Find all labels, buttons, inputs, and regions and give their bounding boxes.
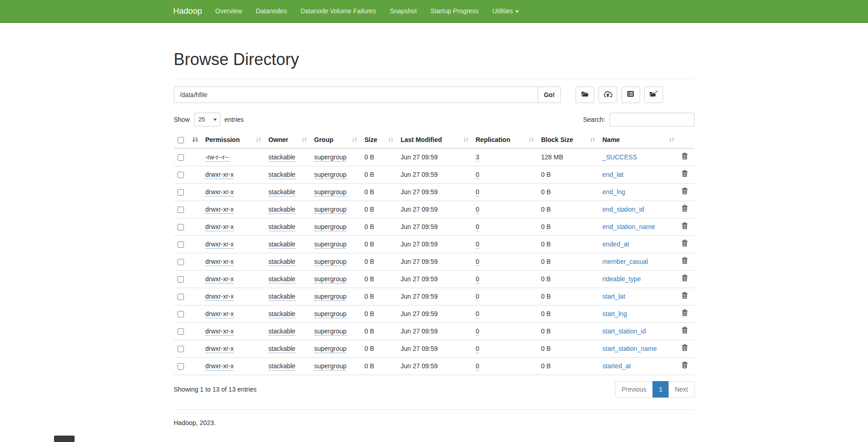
file-name-link[interactable]: ended_at [603, 240, 629, 248]
owner-value[interactable]: stackable [269, 258, 296, 266]
permission-value[interactable]: drwxr-xr-x [205, 171, 234, 179]
file-name-link[interactable]: start_station_id [603, 327, 646, 335]
owner-value[interactable]: stackable [269, 206, 296, 214]
group-value[interactable]: supergroup [314, 153, 347, 162]
nav-item-startup-progress[interactable]: Startup Progress [424, 0, 485, 22]
owner-value[interactable]: stackable [269, 171, 296, 179]
column-header-block-size[interactable]: Block Size [538, 131, 599, 148]
nav-item-datanode-volume-failures[interactable]: Datanode Volume Failures [294, 0, 383, 22]
select-all-checkbox[interactable] [178, 137, 184, 143]
column-header-permission[interactable]: Permission [202, 131, 265, 148]
permission-value[interactable]: drwxr-xr-x [205, 310, 234, 318]
select-all-header[interactable] [174, 131, 202, 148]
row-checkbox[interactable] [178, 294, 184, 300]
file-name-link[interactable]: member_casual [603, 258, 648, 265]
directory-path-input[interactable] [174, 87, 539, 103]
delete-button[interactable] [682, 153, 688, 159]
delete-button[interactable] [682, 327, 688, 333]
file-name-link[interactable]: started_at [603, 362, 631, 370]
replication-value[interactable]: 0 [476, 327, 480, 336]
delete-button[interactable] [682, 170, 688, 177]
nav-item-snapshot[interactable]: Snapshot [383, 0, 424, 22]
row-checkbox[interactable] [178, 363, 184, 370]
row-checkbox[interactable] [178, 311, 184, 317]
group-value[interactable]: supergroup [314, 171, 347, 179]
group-value[interactable]: supergroup [314, 258, 347, 266]
permission-value[interactable]: -rw-r--r-- [205, 153, 229, 162]
delete-button[interactable] [682, 205, 688, 212]
group-value[interactable]: supergroup [314, 223, 347, 231]
owner-value[interactable]: stackable [269, 293, 296, 301]
nav-item-datanodes[interactable]: Datanodes [249, 0, 294, 22]
replication-value[interactable]: 0 [476, 310, 480, 318]
row-checkbox[interactable] [178, 154, 184, 161]
permission-value[interactable]: drwxr-xr-x [205, 223, 234, 231]
owner-value[interactable]: stackable [269, 240, 296, 249]
owner-value[interactable]: stackable [269, 327, 296, 336]
group-value[interactable]: supergroup [314, 310, 347, 318]
permission-value[interactable]: drwxr-xr-x [205, 327, 234, 336]
file-name-link[interactable]: _SUCCESS [603, 153, 637, 161]
replication-value[interactable]: 0 [476, 293, 480, 301]
replication-value[interactable]: 0 [476, 188, 480, 196]
file-name-link[interactable]: end_station_name [603, 223, 655, 230]
row-checkbox[interactable] [178, 224, 184, 230]
permission-value[interactable]: drwxr-xr-x [205, 345, 234, 353]
permission-value[interactable]: drwxr-xr-x [205, 275, 234, 284]
replication-value[interactable]: 0 [476, 258, 480, 266]
replication-value[interactable]: 3 [476, 153, 480, 162]
replication-value[interactable]: 0 [476, 171, 480, 179]
owner-value[interactable]: stackable [269, 275, 296, 284]
replication-value[interactable]: 0 [476, 206, 480, 214]
delete-button[interactable] [682, 222, 688, 229]
replication-value[interactable]: 0 [476, 345, 480, 353]
file-name-link[interactable]: end_lng [603, 188, 625, 196]
group-value[interactable]: supergroup [314, 293, 347, 301]
group-value[interactable]: supergroup [314, 188, 347, 196]
row-checkbox[interactable] [178, 346, 184, 352]
delete-button[interactable] [682, 240, 688, 246]
group-value[interactable]: supergroup [314, 327, 347, 336]
row-checkbox[interactable] [178, 259, 184, 265]
column-header-replication[interactable]: Replication [472, 131, 538, 148]
permission-value[interactable]: drwxr-xr-x [205, 293, 234, 301]
delete-button[interactable] [682, 344, 688, 351]
group-value[interactable]: supergroup [314, 275, 347, 284]
cut-button[interactable] [621, 87, 640, 103]
row-checkbox[interactable] [178, 172, 184, 178]
delete-button[interactable] [682, 361, 688, 368]
row-checkbox[interactable] [178, 189, 184, 196]
replication-value[interactable]: 0 [476, 275, 480, 284]
replication-value[interactable]: 0 [476, 240, 480, 249]
create-directory-button[interactable] [576, 87, 594, 103]
nav-item-utilities-dropdown[interactable]: Utilities [485, 0, 526, 22]
group-value[interactable]: supergroup [314, 206, 347, 214]
group-value[interactable]: supergroup [314, 345, 347, 353]
row-checkbox[interactable] [178, 241, 184, 248]
owner-value[interactable]: stackable [269, 223, 296, 231]
column-header-size[interactable]: Size [361, 131, 397, 148]
page-size-select[interactable]: 25 [194, 113, 221, 126]
delete-button[interactable] [682, 274, 688, 281]
column-header-owner[interactable]: Owner [265, 131, 311, 148]
replication-value[interactable]: 0 [476, 362, 480, 371]
file-name-link[interactable]: start_lat [603, 293, 625, 300]
pagination-page-1[interactable]: 1 [652, 381, 669, 398]
column-header-group[interactable]: Group [311, 131, 361, 148]
search-input[interactable] [609, 113, 695, 126]
row-checkbox[interactable] [178, 207, 184, 213]
file-name-link[interactable]: end_station_id [603, 206, 644, 213]
column-header-name[interactable]: Name [599, 131, 678, 148]
owner-value[interactable]: stackable [269, 310, 296, 318]
file-name-link[interactable]: end_lat [603, 171, 624, 178]
permission-value[interactable]: drwxr-xr-x [205, 258, 234, 266]
file-name-link[interactable]: start_station_name [603, 345, 657, 352]
file-name-link[interactable]: rideable_type [603, 275, 641, 283]
go-button[interactable]: Go! [538, 87, 561, 103]
paste-button[interactable] [644, 87, 663, 103]
owner-value[interactable]: stackable [269, 153, 296, 162]
delete-button[interactable] [682, 187, 688, 194]
permission-value[interactable]: drwxr-xr-x [205, 206, 234, 214]
owner-value[interactable]: stackable [269, 345, 296, 353]
row-checkbox[interactable] [178, 276, 184, 283]
